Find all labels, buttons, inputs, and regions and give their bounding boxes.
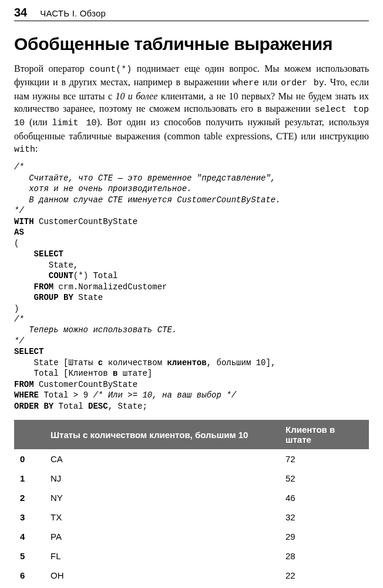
row-index: 0 <box>14 449 45 469</box>
row-state: PA <box>45 527 280 546</box>
code-comment: */ <box>14 206 24 215</box>
code-text: ) <box>14 304 19 313</box>
page-header: 34 ЧАСТЬ I. Обзор <box>14 6 369 21</box>
code-comment: В данном случае CTE именуется CustomerCo… <box>14 195 281 205</box>
code-text <box>14 282 34 292</box>
row-count: 32 <box>280 507 369 527</box>
code-comment: /* Или >= 10, на ваш выбор */ <box>93 390 236 400</box>
code-text <box>14 271 49 280</box>
kw: FROM <box>34 282 54 292</box>
inline-code: count(*) <box>89 65 132 75</box>
kw: WHERE <box>14 390 39 400</box>
table-row: 0CA72 <box>14 449 369 469</box>
page-number: 34 <box>14 6 27 19</box>
row-state: TX <box>45 507 280 527</box>
row-state: MD <box>45 585 280 588</box>
body-paragraph: Второй оператор count(*) поднимает еще о… <box>14 62 369 156</box>
row-state: FL <box>45 546 280 566</box>
code-block: /* Считайте, что CTE — это временное "пр… <box>14 162 369 412</box>
code-comment: /* <box>14 315 24 324</box>
kw: DESC <box>88 402 108 411</box>
running-head: ЧАСТЬ I. Обзор <box>40 8 106 18</box>
row-count: 72 <box>280 449 369 469</box>
table-row: 6OH22 <box>14 566 369 585</box>
code-text: (*) Total <box>73 271 118 280</box>
code-text: , большим 10], <box>207 358 276 368</box>
table-row: 1NJ52 <box>14 469 369 488</box>
code-text: State, <box>14 260 78 270</box>
row-index: 4 <box>14 527 45 546</box>
code-comment: хотя и не очень производительное. <box>14 184 192 193</box>
code-text: Total > 9 <box>39 390 93 400</box>
table-header-index <box>14 420 45 449</box>
inline-code: order by <box>281 78 324 88</box>
row-index: 5 <box>14 546 45 566</box>
code-text: State [Штаты <box>14 358 98 368</box>
kw: FROM <box>14 380 34 389</box>
emphasis: 10 и более <box>115 91 157 101</box>
section-title: Обобщенные табличные выражения <box>14 34 369 54</box>
kw: COUNT <box>49 271 73 280</box>
table-header-col1: Штаты с количеством клиентов, большим 10 <box>45 420 280 449</box>
code-comment: Считайте, что CTE — это временное "предс… <box>14 173 276 183</box>
kw: клиентов <box>167 358 206 368</box>
code-comment: /* <box>14 162 24 172</box>
kw: SELECT <box>14 249 63 259</box>
text: Второй оператор <box>14 64 89 74</box>
table-row: 5FL28 <box>14 546 369 566</box>
row-index: 7 <box>14 585 45 588</box>
code-text: , State; <box>108 402 147 411</box>
row-count: 28 <box>280 546 369 566</box>
kw: SELECT <box>14 347 43 356</box>
table-row: 3TX32 <box>14 507 369 527</box>
code-comment: */ <box>14 336 24 346</box>
row-index: 1 <box>14 469 45 488</box>
table-row: 2NY46 <box>14 488 369 507</box>
row-state: OH <box>45 566 280 585</box>
text: (или <box>25 117 52 127</box>
row-count: 52 <box>280 469 369 488</box>
kw: WITH <box>14 217 34 226</box>
row-count: 29 <box>280 527 369 546</box>
code-text: CustomerCountByState <box>34 217 137 226</box>
code-text: Total <box>53 402 88 411</box>
table-header-col2: Клиентов в штате <box>280 420 369 449</box>
row-index: 2 <box>14 488 45 507</box>
code-text: количеством <box>103 358 167 368</box>
table-header-row: Штаты с количеством клиентов, большим 10… <box>14 420 369 449</box>
inline-code: where <box>233 78 259 88</box>
code-text: CustomerCountByState <box>34 380 137 389</box>
text: или <box>259 77 281 87</box>
inline-code: with <box>14 145 35 155</box>
row-state: CA <box>45 449 280 469</box>
code-text: State <box>73 293 103 302</box>
row-state: NY <box>45 488 280 507</box>
kw: AS <box>14 228 24 237</box>
code-text: Total [Клиентов <box>14 369 113 378</box>
inline-code: limit 10 <box>52 118 97 128</box>
text: : <box>35 143 38 153</box>
code-text: ( <box>14 239 19 248</box>
result-table: Штаты с количеством клиентов, большим 10… <box>14 420 369 588</box>
code-comment: Теперь можно использовать CTE. <box>14 325 177 335</box>
table-row: 7MD17 <box>14 585 369 588</box>
row-count: 46 <box>280 488 369 507</box>
row-count: 22 <box>280 566 369 585</box>
row-state: NJ <box>45 469 280 488</box>
kw: ORDER BY <box>14 402 53 411</box>
row-index: 6 <box>14 566 45 585</box>
kw: GROUP BY <box>34 293 73 302</box>
code-text: штате] <box>117 369 152 378</box>
code-text <box>14 293 34 302</box>
row-count: 17 <box>280 585 369 588</box>
row-index: 3 <box>14 507 45 527</box>
kw: с <box>98 358 103 368</box>
table-row: 4PA29 <box>14 527 369 546</box>
code-text: crm.NormalizedCustomer <box>53 282 167 292</box>
